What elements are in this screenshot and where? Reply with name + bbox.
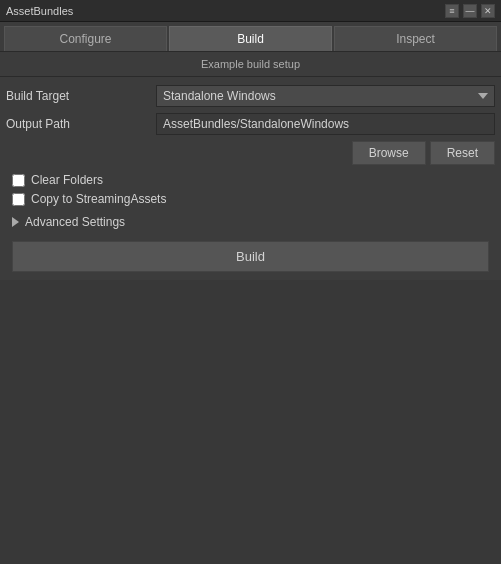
browse-button[interactable]: Browse <box>352 141 426 165</box>
build-target-control: Standalone Windows Standalone OSX Androi… <box>156 85 495 107</box>
tab-build[interactable]: Build <box>169 26 332 51</box>
minimize-button[interactable]: — <box>463 4 477 18</box>
title-bar: AssetBundles ≡ — ✕ <box>0 0 501 22</box>
tab-inspect[interactable]: Inspect <box>334 26 497 51</box>
advanced-settings-row[interactable]: Advanced Settings <box>6 211 495 233</box>
tab-configure[interactable]: Configure <box>4 26 167 51</box>
build-target-row: Build Target Standalone Windows Standalo… <box>6 85 495 107</box>
close-button[interactable]: ✕ <box>481 4 495 18</box>
subtitle: Example build setup <box>0 52 501 77</box>
build-target-label: Build Target <box>6 89 156 103</box>
empty-area <box>0 280 501 564</box>
reset-button[interactable]: Reset <box>430 141 495 165</box>
advanced-settings-label: Advanced Settings <box>25 215 125 229</box>
copy-to-streaming-row: Copy to StreamingAssets <box>6 192 495 206</box>
window-title: AssetBundles <box>6 5 73 17</box>
build-target-dropdown[interactable]: Standalone Windows Standalone OSX Androi… <box>156 85 495 107</box>
output-path-row: Output Path AssetBundles/StandaloneWindo… <box>6 113 495 135</box>
menu-button[interactable]: ≡ <box>445 4 459 18</box>
tab-bar: Configure Build Inspect <box>0 22 501 52</box>
window-controls: ≡ — ✕ <box>445 4 495 18</box>
clear-folders-row: Clear Folders <box>6 173 495 187</box>
content-area: Build Target Standalone Windows Standalo… <box>0 77 501 280</box>
copy-to-streaming-checkbox[interactable] <box>12 193 25 206</box>
clear-folders-checkbox[interactable] <box>12 174 25 187</box>
triangle-icon <box>12 217 19 227</box>
clear-folders-label: Clear Folders <box>31 173 103 187</box>
output-path-control: AssetBundles/StandaloneWindows <box>156 113 495 135</box>
copy-to-streaming-label: Copy to StreamingAssets <box>31 192 166 206</box>
build-button[interactable]: Build <box>12 241 489 272</box>
path-button-row: Browse Reset <box>6 141 495 165</box>
output-path-label: Output Path <box>6 117 156 131</box>
output-path-value: AssetBundles/StandaloneWindows <box>156 113 495 135</box>
